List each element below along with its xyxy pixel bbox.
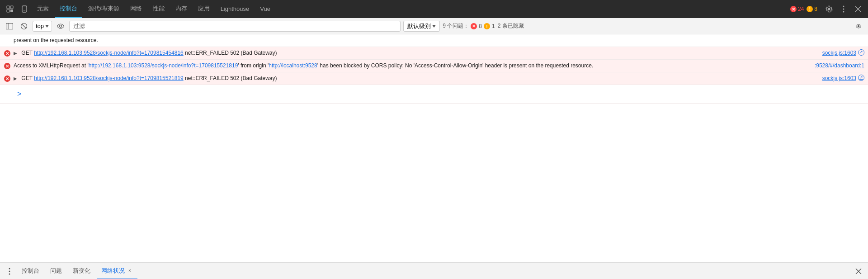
row-2-prefix: Access to XMLHttpRequest at ' <box>14 62 89 69</box>
console-row-0: present on the requested resource. <box>0 34 868 47</box>
row-1-expand[interactable]: ▶ <box>14 50 19 55</box>
console-content-area[interactable]: present on the requested resource. ✕ ▶ G… <box>0 34 868 262</box>
svg-point-7 <box>843 9 844 10</box>
bottom-tab-close-btn[interactable]: × <box>127 268 133 274</box>
level-label: 默认级别 <box>407 22 431 30</box>
row-1-url[interactable]: http://192.168.1.103:9528/sockjs-node/in… <box>34 50 184 56</box>
tab-network[interactable]: 网络 <box>126 0 146 18</box>
close-drawer-btn[interactable] <box>853 265 864 277</box>
row-1-error-icon: ✕ <box>4 50 11 57</box>
svg-rect-1 <box>10 6 13 9</box>
hidden-count: 2 条已隐藏 <box>498 22 524 30</box>
console-prompt-row: > <box>0 85 868 104</box>
error-icon-2: ✕ <box>4 63 10 69</box>
row-0-content: present on the requested resource. <box>14 36 864 44</box>
bottom-panel: 控制台 问题 新变化 网络状况 × <box>0 263 868 279</box>
issues-label: 9 个问题： <box>443 22 469 30</box>
bottom-tab-issues-label: 问题 <box>50 267 62 275</box>
tab-vue[interactable]: Vue <box>255 0 275 18</box>
row-1-suffix: net::ERR_FAILED 502 (Bad Gateway) <box>185 50 277 56</box>
filter-input[interactable] <box>69 21 401 32</box>
svg-rect-5 <box>24 11 26 12</box>
svg-point-17 <box>9 268 10 269</box>
tab-application[interactable]: 应用 <box>193 0 214 18</box>
row-2-url2[interactable]: http://localhost:9528 <box>269 62 317 69</box>
issues-warn-count: 1 <box>492 23 495 29</box>
row-2-error-icon: ✕ <box>4 62 11 70</box>
svg-point-15 <box>60 25 62 27</box>
top-context-selector[interactable]: top <box>33 21 52 32</box>
level-selector[interactable]: 默认级别 <box>403 21 440 32</box>
console-row-1: ✕ ▶ GET http://192.168.1.103:9528/sockjs… <box>0 47 868 60</box>
console-toolbar: top 默认级别 9 个问题： ✕ 8 ! 1 2 条已隐藏 <box>0 18 868 34</box>
svg-point-18 <box>9 270 10 272</box>
tab-memory[interactable]: 内存 <box>171 0 192 18</box>
issues-count: 9 个问题： ✕ 8 ! 1 <box>443 22 495 30</box>
devtools-icon-btn[interactable] <box>4 3 16 15</box>
top-context-label: top <box>36 23 44 29</box>
warn-count: 8 <box>814 6 817 12</box>
nav-badge-group: ✕ 24 ! 8 <box>790 6 817 12</box>
eye-icon-btn[interactable] <box>55 20 66 32</box>
tab-lighthouse[interactable]: Lighthouse <box>216 0 254 18</box>
row-2-url1[interactable]: http://192.168.1.103:9528/sockjs-node/in… <box>89 62 238 69</box>
row-2-source[interactable]: :9528/#/dashboard:1 <box>815 61 864 70</box>
error-icon-1: ✕ <box>4 50 10 57</box>
bottom-tab-issues[interactable]: 问题 <box>46 263 66 279</box>
row-0-text: present on the requested resource. <box>14 37 98 43</box>
svg-point-8 <box>843 11 844 13</box>
row-1-content: ▶ GET http://192.168.1.103:9528/sockjs-n… <box>14 49 819 57</box>
mobile-icon-btn[interactable] <box>18 3 31 15</box>
row-3-source[interactable]: sockjs.js:1603 ↗ <box>822 74 864 82</box>
error-count: 24 <box>798 6 804 12</box>
issues-warn-icon: ! <box>484 23 490 29</box>
row-3-content: ▶ GET http://192.168.1.103:9528/sockjs-n… <box>14 74 819 82</box>
bottom-tab-network-conditions[interactable]: 网络状况 × <box>97 263 137 279</box>
tab-sources[interactable]: 源代码/来源 <box>84 0 124 18</box>
row-3-source-link[interactable]: sockjs.js:1603 <box>822 74 856 82</box>
error-badge-icon: ✕ <box>790 6 797 12</box>
tab-console[interactable]: 控制台 <box>55 0 82 18</box>
chevron-down-icon <box>45 25 49 28</box>
bottom-tab-console[interactable]: 控制台 <box>17 263 44 279</box>
bottom-tab-changes[interactable]: 新变化 <box>68 263 95 279</box>
more-icon-btn[interactable] <box>837 3 850 15</box>
close-devtools-btn[interactable] <box>852 3 864 15</box>
warn-badge-icon: ! <box>807 6 813 12</box>
bottom-tab-console-label: 控制台 <box>22 267 39 275</box>
issues-error-count: 8 <box>479 23 482 29</box>
error-icon-3: ✕ <box>4 76 10 82</box>
svg-rect-2 <box>7 9 9 12</box>
row-3-error-icon: ✕ <box>4 75 11 82</box>
row-3-prefix: GET <box>21 75 34 81</box>
bottom-tab-network-label: 网络状况 <box>101 267 125 275</box>
console-row-2: ✕ Access to XMLHttpRequest at 'http://19… <box>0 60 868 72</box>
row-3-source-icon[interactable]: ↗ <box>858 75 864 81</box>
prompt-symbol: > <box>17 89 21 99</box>
clear-btn[interactable] <box>18 20 30 32</box>
console-prompt[interactable]: > <box>14 87 25 101</box>
row-3-expand[interactable]: ▶ <box>14 75 19 80</box>
settings-icon-btn[interactable] <box>823 3 835 15</box>
console-row-3: ✕ ▶ GET http://192.168.1.103:9528/sockjs… <box>0 72 868 85</box>
row-2-suffix: ' has been blocked by CORS policy: No 'A… <box>317 62 594 69</box>
error-badge[interactable]: ✕ 24 <box>790 6 804 12</box>
tab-elements[interactable]: 元素 <box>33 0 53 18</box>
svg-line-14 <box>22 24 26 28</box>
bottom-tab-changes-label: 新变化 <box>73 267 90 275</box>
row-2-source-link[interactable]: :9528/#/dashboard:1 <box>815 61 864 70</box>
svg-rect-11 <box>6 23 13 29</box>
bottom-menu-icon[interactable] <box>4 265 15 277</box>
console-settings-btn[interactable] <box>853 20 864 32</box>
sidebar-toggle-btn[interactable] <box>4 20 15 32</box>
svg-point-6 <box>843 6 844 7</box>
tab-performance[interactable]: 性能 <box>148 0 169 18</box>
svg-rect-3 <box>10 9 13 12</box>
row-3-url[interactable]: http://192.168.1.103:9528/sockjs-node/in… <box>34 75 184 81</box>
row-1-source[interactable]: sockjs.js:1603 ↗ <box>822 49 864 57</box>
warn-badge[interactable]: ! 8 <box>807 6 817 12</box>
row-1-source-icon[interactable]: ↗ <box>858 49 864 56</box>
row-1-source-link[interactable]: sockjs.js:1603 <box>822 49 856 57</box>
row-2-middle: ' from origin ' <box>238 62 269 69</box>
prompt-spacer <box>4 88 11 95</box>
